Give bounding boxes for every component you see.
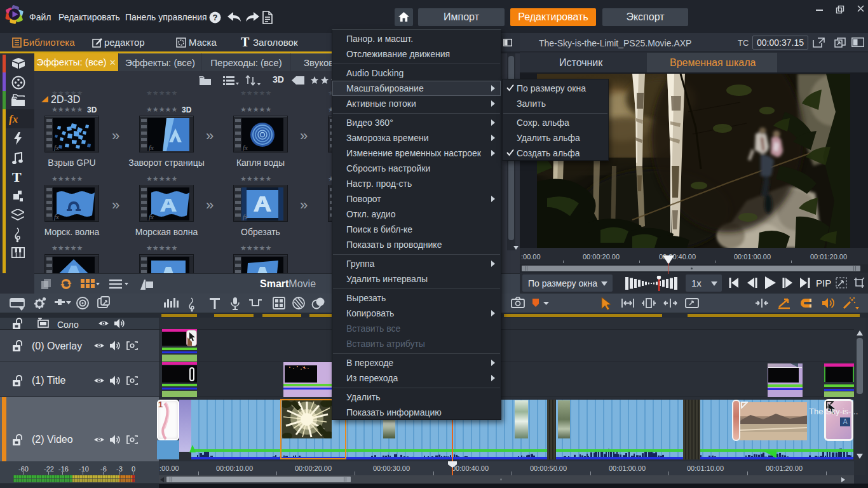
svg-text:?: ? xyxy=(213,13,218,22)
